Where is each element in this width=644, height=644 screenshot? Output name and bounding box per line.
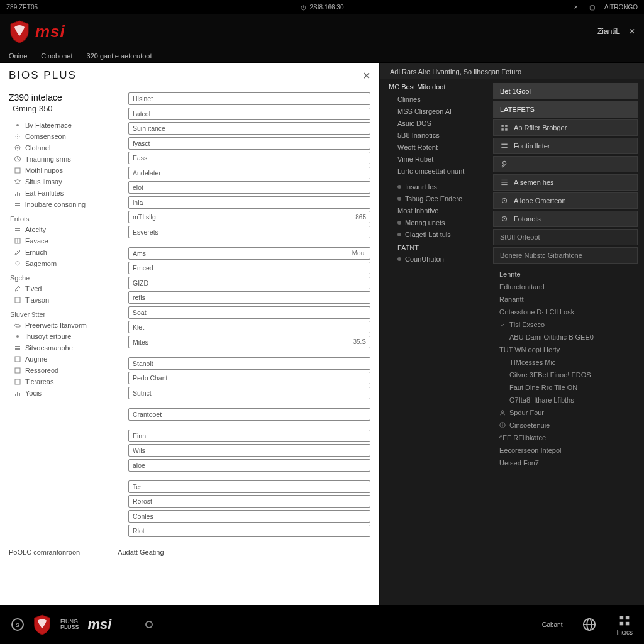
field-input[interactable]: AmsMout <box>128 247 370 260</box>
field-input[interactable]: refis <box>128 291 370 304</box>
sublist-item[interactable]: TIMcesses Mic <box>499 356 638 369</box>
field-input[interactable]: Emced <box>128 262 370 274</box>
action-button[interactable]: Bonere Nubstc Gitrarhtone <box>493 247 638 264</box>
header-right-label[interactable]: ZiantiL <box>597 27 620 36</box>
action-button[interactable]: Alsemen hes <box>493 174 638 191</box>
field-input[interactable]: fyasct <box>128 137 370 150</box>
sublist-item[interactable]: TUT WN oopt Herty <box>499 343 638 356</box>
field-input[interactable]: Einn <box>128 430 370 442</box>
sublist-item[interactable]: Citvre 3EBet Finoe! EDOS <box>499 369 638 381</box>
action-button[interactable]: Aliobe Omerteon <box>493 192 638 209</box>
sidebar-item[interactable]: Yocis <box>9 387 122 399</box>
sublist-item[interactable]: Ranantt <box>499 293 638 306</box>
sublist-item[interactable]: Spdur Four <box>499 406 638 419</box>
category-item[interactable]: CounUhuton <box>389 253 489 265</box>
field-input[interactable]: Sutnct <box>128 387 370 399</box>
info-icon <box>499 422 506 428</box>
svg-rect-18 <box>15 346 20 347</box>
footer-ring-icon[interactable] <box>145 621 153 628</box>
sidebar-item[interactable]: Sitvoesmanohe <box>9 342 122 353</box>
footer-action[interactable]: Gabant <box>542 621 563 628</box>
sidebar-item[interactable]: Ihusoyt ertpure <box>9 331 122 342</box>
action-button[interactable]: Fontin llnter <box>493 138 638 154</box>
sidebar-item[interactable]: Bv Flateernace <box>9 119 122 131</box>
sidebar-item[interactable]: Ernuch <box>9 247 122 258</box>
action-button[interactable]: Fotonets <box>493 211 638 227</box>
category-item[interactable]: Asuic DOS <box>389 117 489 129</box>
category-item[interactable]: 5B8 Inanotics <box>389 129 489 141</box>
sidebar-item[interactable]: Preerweitc Itanvorm <box>9 319 122 331</box>
nav-tab-1[interactable]: Clnobonet <box>41 52 72 60</box>
category-item[interactable]: Most Inbntive <box>389 204 489 216</box>
field-input[interactable]: inla <box>128 196 370 209</box>
sublist-item[interactable]: Cinsoetenuie <box>499 419 638 431</box>
action-button[interactable] <box>493 156 638 172</box>
field-input[interactable]: Conles <box>128 510 370 523</box>
field-input[interactable]: eiot <box>128 181 370 194</box>
panel-close-icon[interactable]: ✕ <box>362 70 370 82</box>
field-input[interactable]: Suih itance <box>128 122 370 135</box>
category-item[interactable]: Insanrt les <box>389 180 489 192</box>
sidebar-item[interactable]: Eavace <box>9 235 122 247</box>
field-input[interactable]: Stanolt <box>128 357 370 370</box>
window-close-icon[interactable]: × <box>572 3 580 11</box>
sidebar-item[interactable]: Ressoreod <box>9 365 122 376</box>
footer-action[interactable] <box>582 618 596 631</box>
sidebar-item[interactable]: Sltus limsay <box>9 176 122 187</box>
field-input[interactable]: Rorost <box>128 495 370 508</box>
sidebar-item[interactable]: Comsenseon <box>9 131 122 142</box>
sublist-item[interactable]: Uetsed Fon7 <box>499 457 638 469</box>
window-box-icon[interactable]: ▢ <box>588 3 597 11</box>
nav-tab-0[interactable]: Onine <box>9 52 27 60</box>
sublist-item[interactable]: O7Ita8! Ithare Lfibths <box>499 394 638 406</box>
sidebar-item[interactable]: inoubare consoning <box>9 199 122 210</box>
action-button[interactable]: StUtl Orteoot <box>493 229 638 245</box>
field-input[interactable]: Soat <box>128 306 370 319</box>
category-item[interactable]: Ciagetl Lat tuls <box>389 228 489 240</box>
category-item[interactable]: Tsbug Oce Endere <box>389 192 489 204</box>
field-input[interactable]: Rlot <box>128 525 370 537</box>
field-input[interactable]: Hisinet <box>128 92 370 105</box>
sidebar-item[interactable]: Augnre <box>9 353 122 365</box>
sidebar-item[interactable]: Tived <box>9 283 122 294</box>
panel-header-close-icon[interactable]: ✕ <box>629 27 635 36</box>
sidebar-item[interactable]: Eat Fanltites <box>9 187 122 199</box>
sublist-item[interactable]: Faut Dine Rro Tiie ON <box>499 381 638 394</box>
action-button[interactable]: Ap Rflier Brobger <box>493 119 638 136</box>
sidebar-item[interactable]: Atecity <box>9 224 122 235</box>
sidebar-item[interactable]: Clotanel <box>9 142 122 153</box>
field-input[interactable]: Mites35.S <box>128 336 370 348</box>
sidebar-item[interactable]: Tiavson <box>9 294 122 306</box>
footer-power-icon[interactable]: s <box>11 618 24 631</box>
footer-action[interactable]: Incics <box>616 614 633 636</box>
sublist-item[interactable]: Ontasstone D· LCIl Losk <box>499 306 638 318</box>
sublist-item[interactable]: Tlsi Exseco <box>499 318 638 331</box>
sublist-item[interactable]: Edturctonttand <box>499 280 638 293</box>
sublist-item[interactable]: ABU Dami Oittithic B GEE0 <box>499 331 638 343</box>
field-input[interactable]: Klet <box>128 321 370 333</box>
category-item[interactable]: Clinnes <box>389 93 489 105</box>
category-item[interactable]: Weoft Rotont <box>389 141 489 153</box>
sidebar-item[interactable]: Sagemom <box>9 258 122 269</box>
category-item[interactable]: Menng unets <box>389 216 489 228</box>
sidebar-item[interactable]: Mothl nupos <box>9 165 122 176</box>
sidebar-item[interactable]: Ticrareas <box>9 376 122 387</box>
category-item[interactable]: Lurtc omceettat onunt <box>389 165 489 177</box>
field-input[interactable]: Te: <box>128 480 370 493</box>
field-input[interactable]: mTI sllg865 <box>128 211 370 223</box>
field-input[interactable]: Wils <box>128 444 370 457</box>
category-item[interactable]: MSS Clisrgeon Al <box>389 105 489 117</box>
sidebar-item[interactable]: Tnauning srms <box>9 153 122 165</box>
field-input[interactable]: aloe <box>128 459 370 472</box>
category-item[interactable]: Vime Rubet <box>389 153 489 165</box>
sublist-item[interactable]: ^FE RFlibkatce <box>499 431 638 444</box>
field-input[interactable]: Eass <box>128 152 370 164</box>
field-input[interactable]: GIZD <box>128 277 370 289</box>
sublist-item[interactable]: Eecorerseon Intepol <box>499 444 638 457</box>
field-input[interactable]: Crantooet <box>128 408 370 421</box>
field-input[interactable]: Pedo Chant <box>128 372 370 384</box>
nav-tab-2[interactable]: 320 gantle aetorutoot <box>87 52 152 60</box>
field-input[interactable]: Latcol <box>128 108 370 120</box>
field-input[interactable]: Andelater <box>128 167 370 179</box>
field-input[interactable]: Esverets <box>128 226 370 238</box>
